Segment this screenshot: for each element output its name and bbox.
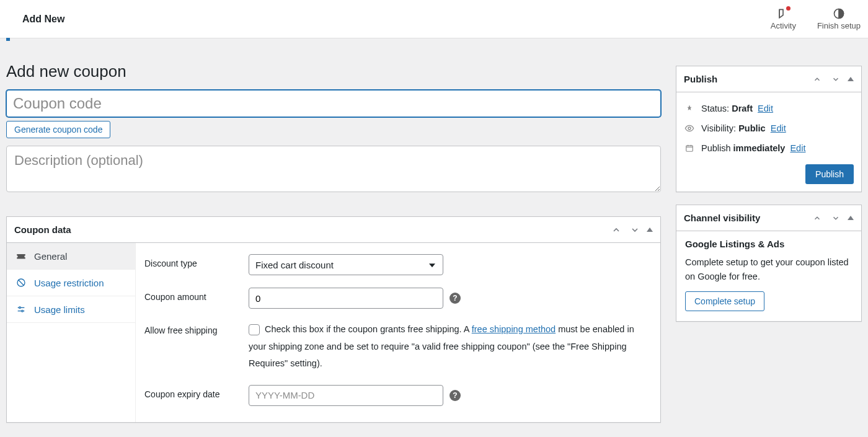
visibility-edit-link[interactable]: Edit <box>771 123 786 133</box>
discount-type-label: Discount type <box>144 254 249 268</box>
status-value: Draft <box>732 104 753 113</box>
publish-time-value: immediately <box>733 143 786 153</box>
help-icon[interactable]: ? <box>450 293 461 304</box>
publish-time-row: Publish immediately Edit <box>684 138 854 158</box>
coupon-code-input[interactable] <box>6 90 661 117</box>
status-label: Status: <box>701 104 729 113</box>
accent-line <box>6 38 10 41</box>
expiry-date-label: Coupon expiry date <box>144 385 249 399</box>
discount-type-select[interactable]: Fixed cart discount <box>249 254 443 275</box>
coupon-data-panel: Coupon data Ge <box>6 216 661 423</box>
channel-visibility-desc: Complete setup to get your coupon listed… <box>685 255 852 284</box>
expiry-date-input[interactable] <box>255 390 436 400</box>
channel-visibility-title: Channel visibility <box>684 213 760 223</box>
move-up-button[interactable] <box>810 211 824 225</box>
coupon-amount-input-wrap <box>249 288 443 309</box>
move-down-button[interactable] <box>829 211 843 225</box>
publish-button[interactable]: Publish <box>805 164 854 184</box>
publish-time-label: Publish <box>701 143 731 153</box>
block-icon <box>16 277 27 288</box>
coupon-amount-input[interactable] <box>255 293 436 304</box>
coupon-data-tabs: General Usage restriction Usage limits <box>7 243 136 422</box>
general-tab-fields: Discount type Fixed cart discount Coupon… <box>136 243 660 422</box>
publish-panel: Publish Status: Draft Edit <box>676 66 862 192</box>
free-shipping-description: Check this box if the coupon grants free… <box>249 321 645 373</box>
main-column: Add new coupon Generate coupon code Coup… <box>6 46 661 435</box>
publish-body: Status: Draft Edit Visibility: Public Ed… <box>676 92 861 192</box>
channel-visibility-header: Channel visibility <box>676 205 861 231</box>
page-title: Add new coupon <box>6 62 661 81</box>
svg-line-3 <box>18 280 24 285</box>
discount-type-value: Fixed cart discount <box>255 260 334 270</box>
description-textarea[interactable] <box>6 146 661 192</box>
status-edit-link[interactable]: Edit <box>758 104 773 113</box>
publish-title: Publish <box>684 74 717 84</box>
ticket-icon <box>16 250 27 262</box>
move-down-button[interactable] <box>628 223 642 237</box>
discount-type-row: Discount type Fixed cart discount <box>144 254 645 275</box>
move-up-button[interactable] <box>810 73 824 86</box>
complete-setup-button[interactable]: Complete setup <box>685 291 764 311</box>
svg-point-8 <box>688 127 691 130</box>
coupon-data-header: Coupon data <box>7 217 660 243</box>
tab-usage-limits[interactable]: Usage limits <box>7 296 135 323</box>
visibility-label: Visibility: <box>701 123 736 133</box>
visibility-row: Visibility: Public Edit <box>684 118 854 138</box>
finish-setup-icon <box>833 7 845 20</box>
svg-point-6 <box>19 307 21 309</box>
expiry-date-row: Coupon expiry date ? <box>144 385 645 406</box>
tab-usage-limits-label: Usage limits <box>34 304 85 315</box>
top-bar: Add New Activity Finish setup <box>0 0 868 38</box>
topbar-right: Activity Finish setup <box>767 5 868 33</box>
help-icon[interactable]: ? <box>450 390 461 401</box>
expiry-date-input-wrap <box>249 385 443 406</box>
page-breadcrumb: Add New <box>22 14 64 25</box>
collapse-toggle-icon[interactable] <box>848 77 854 81</box>
coupon-data-title: Coupon data <box>14 224 71 235</box>
tab-general[interactable]: General <box>7 243 135 270</box>
move-down-button[interactable] <box>829 73 843 86</box>
publish-header: Publish <box>676 66 861 92</box>
publish-time-edit-link[interactable]: Edit <box>790 143 805 153</box>
generate-coupon-code-button[interactable]: Generate coupon code <box>6 121 110 138</box>
visibility-value: Public <box>738 123 766 133</box>
status-row: Status: Draft Edit <box>684 99 854 118</box>
calendar-icon <box>684 144 695 152</box>
collapse-toggle-icon[interactable] <box>848 216 854 220</box>
svg-point-7 <box>22 310 24 312</box>
tab-general-label: General <box>34 251 67 262</box>
free-shipping-method-link[interactable]: free shipping method <box>472 324 556 334</box>
activity-label: Activity <box>771 21 796 30</box>
tab-usage-restriction-label: Usage restriction <box>34 278 104 288</box>
finish-setup-button[interactable]: Finish setup <box>813 5 864 33</box>
allow-free-shipping-label: Allow free shipping <box>144 321 249 335</box>
coupon-data-body: General Usage restriction Usage limits <box>7 243 660 422</box>
coupon-amount-row: Coupon amount ? <box>144 288 645 309</box>
collapse-toggle-icon[interactable] <box>647 227 653 232</box>
free-shipping-text-before: Check this box if the coupon grants free… <box>265 324 472 334</box>
tab-usage-restriction[interactable]: Usage restriction <box>7 270 135 296</box>
eye-icon <box>684 123 695 133</box>
notification-dot-icon <box>786 6 790 11</box>
free-shipping-checkbox[interactable] <box>249 324 260 335</box>
coupon-amount-label: Coupon amount <box>144 288 249 302</box>
google-listings-title: Google Listings & Ads <box>685 239 852 249</box>
finish-setup-label: Finish setup <box>817 21 861 30</box>
move-up-button[interactable] <box>609 223 623 237</box>
activity-button[interactable]: Activity <box>767 5 800 33</box>
sliders-icon <box>16 304 27 315</box>
sidebar-column: Publish Status: Draft Edit <box>676 46 862 334</box>
channel-visibility-body: Google Listings & Ads Complete setup to … <box>676 231 861 321</box>
svg-rect-9 <box>686 146 693 151</box>
free-shipping-row: Allow free shipping Check this box if th… <box>144 321 645 373</box>
content-area: Add new coupon Generate coupon code Coup… <box>0 38 868 435</box>
pin-icon <box>684 104 695 113</box>
channel-visibility-panel: Channel visibility Google Listings & Ads… <box>676 205 862 322</box>
panel-actions <box>609 223 653 237</box>
activity-icon <box>777 7 789 20</box>
